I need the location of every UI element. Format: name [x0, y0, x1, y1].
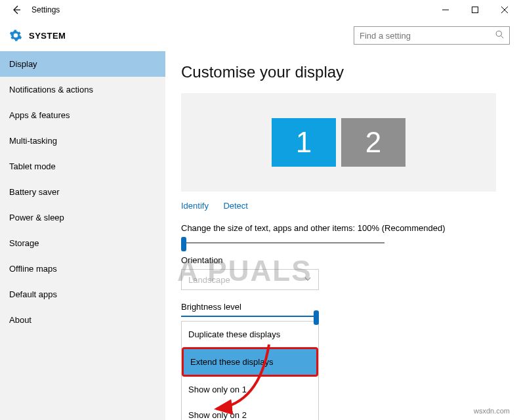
sidebar-item-about[interactable]: About: [0, 307, 165, 333]
footer-source: wsxdn.com: [474, 407, 510, 415]
search-icon: [495, 30, 504, 41]
orientation-dropdown[interactable]: Landscape: [181, 269, 319, 290]
search-box[interactable]: [354, 26, 510, 45]
brightness-slider[interactable]: [181, 316, 319, 317]
sidebar-item-multitasking[interactable]: Multi-tasking: [0, 128, 165, 154]
sidebar-item-apps[interactable]: Apps & features: [0, 102, 165, 128]
option-show-only-2[interactable]: Show only on 2: [182, 402, 318, 420]
brightness-label: Brightness level: [181, 302, 503, 312]
close-button[interactable]: [489, 0, 519, 20]
brightness-thumb[interactable]: [314, 310, 319, 325]
sidebar: Display Notifications & actions Apps & f…: [0, 51, 165, 420]
sidebar-item-offline-maps[interactable]: Offline maps: [0, 256, 165, 282]
window-controls: [430, 0, 519, 20]
svg-point-4: [496, 31, 501, 36]
sidebar-item-battery[interactable]: Battery saver: [0, 179, 165, 205]
detect-link[interactable]: Detect: [223, 201, 248, 211]
multi-display-options[interactable]: Duplicate these displays Extend these di…: [181, 321, 319, 420]
search-input[interactable]: [360, 31, 495, 41]
window-title: Settings: [31, 5, 60, 14]
option-show-only-1[interactable]: Show only on 1: [182, 377, 318, 402]
chevron-down-icon: [304, 275, 312, 285]
option-duplicate[interactable]: Duplicate these displays: [182, 322, 318, 347]
minimize-icon: [442, 7, 449, 13]
option-extend[interactable]: Extend these displays: [182, 347, 318, 377]
maximize-button[interactable]: [460, 0, 489, 20]
link-row: Identify Detect: [181, 200, 503, 211]
title-bar: Settings: [0, 0, 519, 20]
back-button[interactable]: [7, 0, 26, 20]
gear-icon: [9, 29, 22, 42]
sidebar-item-default-apps[interactable]: Default apps: [0, 282, 165, 307]
back-arrow-icon: [11, 5, 22, 15]
sidebar-item-storage[interactable]: Storage: [0, 230, 165, 256]
system-label: SYSTEM: [29, 31, 66, 41]
minimize-button[interactable]: [430, 0, 460, 20]
maximize-icon: [472, 7, 478, 13]
monitor-2[interactable]: 2: [341, 118, 405, 167]
close-icon: [501, 7, 508, 13]
svg-rect-1: [472, 7, 478, 13]
orientation-value: Landscape: [188, 275, 230, 285]
orientation-label: Orientation: [181, 255, 503, 265]
sidebar-item-display[interactable]: Display: [0, 51, 165, 77]
slider-thumb[interactable]: [181, 237, 186, 251]
monitor-1[interactable]: 1: [272, 118, 336, 167]
sidebar-item-tablet[interactable]: Tablet mode: [0, 154, 165, 179]
svg-line-5: [501, 36, 504, 39]
display-preview[interactable]: 1 2: [181, 93, 496, 192]
scale-label: Change the size of text, apps and other …: [181, 223, 503, 233]
page-title: Customise your display: [181, 63, 503, 81]
sidebar-item-power[interactable]: Power & sleep: [0, 205, 165, 230]
sidebar-item-notifications[interactable]: Notifications & actions: [0, 77, 165, 102]
scale-slider[interactable]: [181, 242, 384, 243]
header: SYSTEM: [0, 20, 519, 51]
identify-link[interactable]: Identify: [181, 201, 209, 211]
content-pane: Customise your display 1 2 Identify Dete…: [165, 51, 519, 420]
